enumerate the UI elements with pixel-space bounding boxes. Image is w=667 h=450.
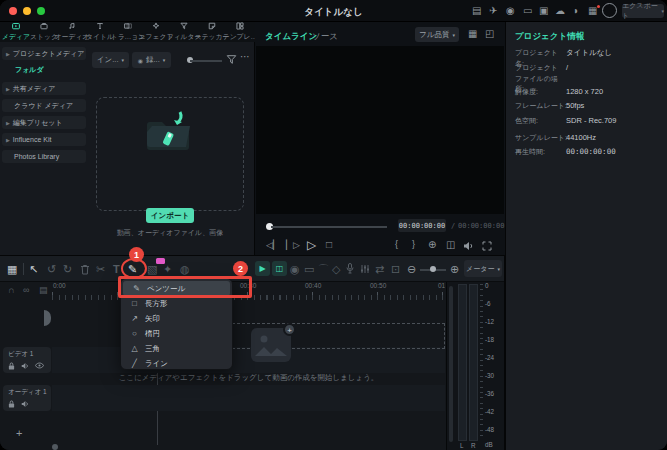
tab-preview-timeline[interactable]: タイムライン (265, 31, 317, 43)
mic-icon[interactable] (346, 263, 354, 274)
snapshot-frame-icon[interactable]: ▭ (304, 264, 314, 275)
menu-item-triangle[interactable]: △ 三角 (121, 341, 232, 356)
filter-icon (178, 22, 190, 30)
sidebar-item-influence-kit[interactable]: ▶ Influence Kit (2, 133, 86, 146)
speech-tool-icon[interactable]: ◍ (180, 264, 190, 275)
sidebar-item-label: クラウド メディア (14, 101, 73, 111)
disclosure-arrow-icon[interactable]: ▶ (6, 86, 10, 92)
redo-icon[interactable]: ↻ (63, 264, 72, 275)
h-scrollbar-handle[interactable] (52, 444, 58, 450)
schedule-icon[interactable]: ▦ (588, 6, 597, 16)
avatar[interactable] (602, 3, 617, 18)
device-capture-icon[interactable]: ▭ (523, 6, 532, 16)
cloud-icon[interactable]: ☁ (555, 6, 565, 16)
track-manage-icon[interactable]: ▤ (39, 286, 48, 295)
tab-template[interactable]: テンプレ… (226, 22, 254, 42)
link-clips-icon[interactable]: ∞ (23, 286, 29, 295)
snapshot-icon[interactable]: ◫ (446, 240, 455, 250)
magic-effect-icon[interactable]: ✦ (163, 264, 172, 275)
mute-icon[interactable] (21, 362, 29, 370)
render-preview-icon[interactable]: ▶ (255, 261, 270, 276)
text-tool-icon[interactable]: T (113, 264, 120, 275)
mask-tool-icon[interactable]: ▧ (147, 264, 157, 275)
layout-grid-icon[interactable]: ▦ (7, 264, 17, 275)
export-button[interactable]: エクスポート▾ (622, 4, 664, 18)
snap-magnet-icon[interactable]: ∩ (8, 286, 14, 295)
sidebar-item-edit-presets[interactable]: ▶ 編集プリセット (2, 116, 86, 129)
proxy-clip-icon[interactable]: ◫ (272, 261, 287, 276)
record-dropdown[interactable]: ◉ 録...▾ (132, 52, 171, 68)
preview-zoom-icon[interactable]: ⊕ (428, 240, 436, 250)
import-dropdown[interactable]: イン...▾ (92, 52, 129, 68)
mark-in-icon[interactable]: { (395, 240, 398, 249)
meter-channel-right: R (471, 443, 476, 449)
quality-dropdown[interactable]: フル品質▾ (415, 27, 459, 42)
more-options-icon[interactable]: ⋯ (240, 52, 250, 62)
disclosure-arrow-icon[interactable]: ▶ (6, 51, 10, 57)
tab-media[interactable]: メディア (2, 22, 30, 42)
info-value: 44100Hz (566, 133, 596, 142)
voiceover-icon[interactable]: ⌒ (318, 264, 329, 275)
next-frame-icon[interactable]: ▏▷ (286, 241, 300, 250)
menu-item-ellipse[interactable]: ○ 楕円 (121, 326, 232, 341)
disclosure-arrow-icon[interactable]: ▶ (6, 137, 10, 143)
play-icon[interactable]: ▷ (307, 239, 316, 251)
timeline-zoom-knob[interactable] (430, 266, 436, 272)
video-track-lane[interactable] (52, 347, 445, 373)
stop-icon[interactable]: □ (326, 240, 332, 250)
sidebar-item-cloud-media[interactable]: クラウド メディア (2, 99, 86, 112)
audio-mixer-icon[interactable] (360, 264, 370, 274)
v-scrollbar[interactable] (449, 286, 453, 442)
project-info-title: プロジェクト情報 (515, 31, 584, 43)
audio-track-header[interactable]: オーディオ 1 (3, 385, 51, 411)
share-icon[interactable]: ✈ (489, 6, 497, 16)
meter-toggle-button[interactable]: メーター▾ (464, 260, 502, 277)
audio-track-lane[interactable] (52, 385, 445, 411)
zoom-out-icon[interactable]: ⊖ (407, 264, 416, 275)
disclosure-arrow-icon[interactable]: ▶ (6, 120, 10, 126)
thumbnail-zoom-slider[interactable] (190, 60, 222, 62)
archive-icon[interactable]: ▤ (472, 6, 481, 16)
pip-view-icon[interactable]: ◰ (485, 29, 494, 39)
mute-icon[interactable] (21, 400, 29, 408)
sidebar-item-photos-library[interactable]: Photos Library (2, 150, 86, 163)
sidebar-item-folder[interactable]: フォルダ (15, 65, 44, 75)
lock-icon[interactable] (8, 400, 15, 408)
media-tabbar: メディア ストック オーディオ タイトル トラ…ョン エフェクト フィルター (0, 22, 255, 42)
tab-preview-source[interactable]: ソース (312, 31, 338, 43)
shield-icon[interactable]: ◇ (332, 264, 340, 275)
previous-frame-icon[interactable]: ◁▏ (266, 241, 280, 250)
zoom-fit-icon[interactable]: ⊕ (450, 264, 459, 275)
record-screen-icon[interactable]: ◉ (290, 264, 300, 275)
theme-toggle-icon[interactable]: ◑ (572, 6, 578, 16)
sidebar-item-project-media[interactable]: ▶ プロジェクトメディア (2, 47, 86, 60)
menu-item-line[interactable]: ╱ ライン (121, 356, 232, 371)
track-pan-handle[interactable] (44, 310, 51, 326)
filter-icon[interactable] (226, 54, 237, 65)
visibility-eye-icon[interactable] (35, 362, 44, 370)
screen-record-icon[interactable]: ◉ (506, 6, 515, 16)
import-button[interactable]: インポート (146, 208, 194, 223)
menu-item-rectangle[interactable]: □ 長方形 (121, 296, 232, 311)
save-icon[interactable]: ▣ (539, 6, 548, 16)
tab-audio[interactable]: オーディオ (58, 22, 86, 42)
sidebar-item-shared-media[interactable]: ▶ 共有メディア (2, 82, 86, 95)
menu-item-arrow[interactable]: ↗ 矢印 (121, 311, 232, 326)
fullscreen-icon[interactable] (482, 241, 492, 251)
delete-icon[interactable] (80, 264, 90, 275)
undo-icon[interactable]: ↺ (47, 264, 56, 275)
select-tool-icon[interactable]: ↖ (29, 264, 38, 275)
add-media-plus-icon[interactable]: + (283, 323, 296, 336)
mark-out-icon[interactable]: } (412, 240, 415, 249)
info-value: 00:00:00:00 (566, 147, 616, 156)
loop-icon[interactable]: ⇄ (375, 264, 384, 275)
lock-icon[interactable] (8, 362, 15, 370)
scrubber-track[interactable] (271, 226, 387, 228)
ai-assistant-icon[interactable]: ⊡ (391, 264, 400, 275)
split-scissors-icon[interactable]: ✂ (96, 264, 105, 275)
volume-icon[interactable] (463, 241, 474, 251)
video-track-header[interactable]: ビデオ 1 (3, 347, 51, 373)
add-track-button[interactable]: + (16, 428, 22, 439)
grid-view-icon[interactable]: ▦ (468, 29, 477, 39)
timecode-current[interactable]: 00:00:00:00 (398, 219, 446, 232)
